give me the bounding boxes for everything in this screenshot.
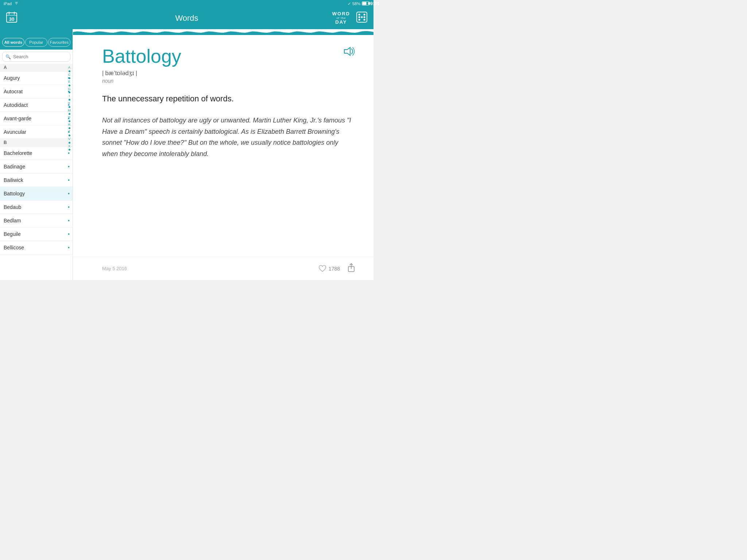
example-text: Not all instances of battology are ugly … xyxy=(102,115,355,159)
svg-point-10 xyxy=(364,14,365,16)
svg-rect-4 xyxy=(7,15,17,16)
word-list: A Augury Autocrat Autodidact Avant-garde… xyxy=(0,64,73,280)
alpha-dot-x[interactable] xyxy=(69,149,70,151)
alpha-dot-i[interactable] xyxy=(69,99,70,101)
alpha-dot-r[interactable] xyxy=(69,127,70,129)
alpha-R[interactable]: R xyxy=(68,122,71,127)
svg-point-12 xyxy=(364,19,365,21)
header-left-icons: 30 xyxy=(6,11,79,25)
tab-bar: All words Popular Favourites xyxy=(0,36,73,50)
alpha-E[interactable]: E xyxy=(68,79,70,84)
list-item-battology[interactable]: Battology xyxy=(0,187,73,201)
list-item[interactable]: Badinage xyxy=(0,160,73,174)
alpha-dot-a[interactable] xyxy=(69,70,70,72)
battery-label: 58% xyxy=(352,1,360,6)
detail-right: Battology | bæˈtɒlədʒɪ | noun The unnece… xyxy=(73,29,374,280)
status-left: iPad xyxy=(4,1,19,6)
alpha-V[interactable]: V xyxy=(68,137,70,141)
alphabet-index: A C E G I K M P R T V xyxy=(66,64,73,280)
calendar-icon[interactable]: 30 xyxy=(6,16,18,25)
pronunciation: | bæˈtɒlədʒɪ | xyxy=(102,70,355,77)
alpha-I[interactable]: I xyxy=(69,94,70,98)
list-item[interactable]: Bedaub xyxy=(0,201,73,214)
tab-popular[interactable]: Popular xyxy=(25,38,47,47)
svg-text:30: 30 xyxy=(9,16,14,22)
word-of-day[interactable]: WORD of the DAY xyxy=(332,11,350,25)
tab-all-words[interactable]: All words xyxy=(2,38,24,47)
carrier-label: iPad xyxy=(4,1,12,6)
header-center: Words xyxy=(79,13,295,23)
word-of-day-day: DAY xyxy=(335,20,347,25)
like-count: 1788 xyxy=(329,266,340,272)
svg-marker-16 xyxy=(344,47,350,55)
alpha-X[interactable]: X xyxy=(68,144,70,149)
share-button[interactable] xyxy=(347,263,355,274)
alpha-dot-k[interactable] xyxy=(69,106,70,108)
alpha-G[interactable]: G xyxy=(68,87,70,92)
tab-favourites[interactable]: Favourites xyxy=(48,38,70,47)
sidebar: All words Popular Favourites 🔍 A Augury … xyxy=(0,29,73,280)
list-item[interactable]: Bailiwick xyxy=(0,174,73,187)
word-class: noun xyxy=(102,78,355,84)
svg-point-13 xyxy=(361,16,363,18)
list-item[interactable]: Avant-garde xyxy=(0,112,73,125)
alpha-dot-g[interactable] xyxy=(69,92,70,93)
detail-footer: May 5 2016 1788 xyxy=(73,257,374,280)
list-item[interactable]: Bellicose xyxy=(0,241,73,254)
alpha-dot-t[interactable] xyxy=(69,135,70,136)
alpha-M[interactable]: M xyxy=(68,108,71,113)
wifi-icon xyxy=(14,1,19,6)
list-item[interactable]: Bachelorette xyxy=(0,147,73,160)
svg-point-9 xyxy=(359,14,360,16)
alpha-dot-c[interactable] xyxy=(69,77,70,79)
search-input[interactable] xyxy=(13,54,74,59)
list-item[interactable]: Autodidact xyxy=(0,98,73,112)
svg-point-15 xyxy=(364,16,365,18)
app-title: Words xyxy=(79,13,295,23)
svg-rect-1 xyxy=(363,2,367,5)
alpha-T[interactable]: T xyxy=(68,129,70,134)
word-heading: Battology xyxy=(102,46,355,67)
alpha-K[interactable]: K xyxy=(68,101,70,106)
alpha-dot-v[interactable] xyxy=(69,142,70,144)
alpha-P[interactable]: P xyxy=(68,115,70,120)
alpha-dot-m[interactable] xyxy=(69,113,70,115)
svg-point-14 xyxy=(359,16,360,18)
alpha-A[interactable]: A xyxy=(68,65,70,70)
bluetooth-icon: ✓ xyxy=(348,1,351,6)
list-item[interactable]: Beguile xyxy=(0,228,73,241)
status-right: ✓ 58% xyxy=(348,1,370,6)
detail-panel: Battology | bæˈtɒlədʒɪ | noun The unnece… xyxy=(73,35,374,257)
svg-point-11 xyxy=(359,19,360,21)
header-right-icons: WORD of the DAY xyxy=(295,11,368,25)
search-icon: 🔍 xyxy=(5,54,11,59)
alpha-dot-p[interactable] xyxy=(69,120,70,122)
footer-actions: 1788 xyxy=(318,263,355,274)
like-button[interactable]: 1788 xyxy=(318,265,340,272)
alpha-dot-e[interactable] xyxy=(69,85,70,86)
main-content: All words Popular Favourites 🔍 A Augury … xyxy=(0,29,374,280)
alpha-C[interactable]: C xyxy=(68,73,71,77)
list-item[interactable]: Bedlam xyxy=(0,214,73,228)
list-item[interactable]: Autocrat xyxy=(0,85,73,98)
app-header: 30 Words WORD of the DAY xyxy=(0,7,374,29)
word-of-day-word: WORD xyxy=(332,11,350,16)
entry-date: May 5 2016 xyxy=(102,266,127,271)
status-bar: iPad 09:34 ✓ 58% xyxy=(0,0,374,7)
wavy-separator xyxy=(73,29,374,35)
list-item[interactable]: Avuncular xyxy=(0,125,73,139)
sound-button[interactable] xyxy=(342,46,355,59)
list-item[interactable]: Augury xyxy=(0,71,73,85)
sidebar-header xyxy=(0,29,73,36)
definition-text: The unnecessary repetition of words. xyxy=(102,93,355,105)
section-header-b: B xyxy=(0,139,73,147)
dice-icon[interactable] xyxy=(356,11,368,25)
time-label: 09:34 xyxy=(368,1,374,6)
section-header-a: A xyxy=(0,64,73,71)
search-bar: 🔍 xyxy=(2,52,70,62)
